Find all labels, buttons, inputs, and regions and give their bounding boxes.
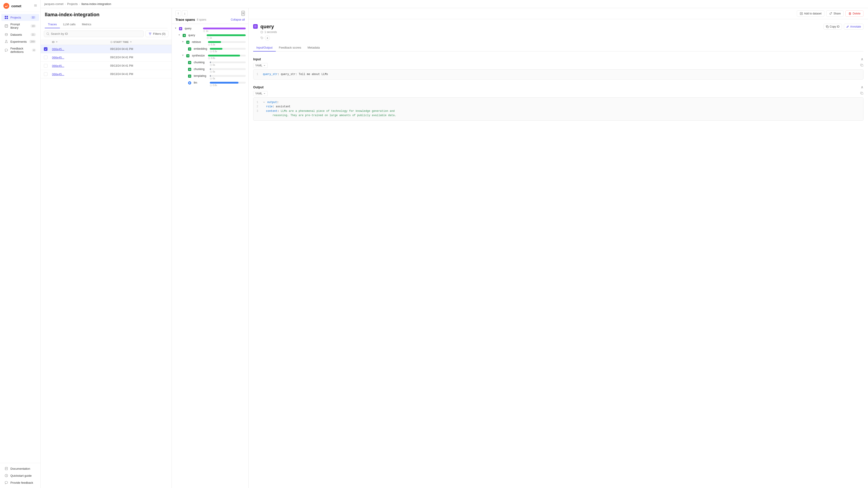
span-row-query-root[interactable]: ▼ query 1s bbox=[172, 26, 248, 33]
sidebar-item-documentation-label: Documentation bbox=[10, 467, 36, 470]
svg-rect-18 bbox=[181, 29, 181, 30]
sidebar-item-documentation[interactable]: Documentation bbox=[1, 465, 39, 472]
yaml-format-select-output[interactable]: YAML bbox=[253, 91, 268, 96]
span-name-query-child: query bbox=[188, 34, 205, 37]
output-section-header[interactable]: Output ∧ bbox=[253, 83, 864, 91]
spans-close-button[interactable]: × bbox=[241, 11, 245, 16]
span-row-templating[interactable]: templating 0s bbox=[172, 74, 248, 80]
svg-rect-3 bbox=[34, 5, 37, 6]
breadcrumb-section[interactable]: Projects bbox=[67, 2, 78, 6]
span-row-llm[interactable]: llm 0.8s bbox=[172, 80, 248, 87]
line-num-out-2: 2 bbox=[256, 105, 260, 109]
line-num-out-3: 3 bbox=[256, 109, 260, 113]
sidebar-item-feedback-definitions[interactable]: Feedback definitions 4 bbox=[1, 45, 39, 55]
spans-nav-up[interactable]: ↑ bbox=[176, 10, 181, 16]
detail-span-icon bbox=[253, 24, 258, 29]
sidebar-item-experiments[interactable]: Experiments 289 bbox=[1, 38, 39, 45]
spans-nav-down[interactable]: ↓ bbox=[182, 10, 188, 16]
sidebar-item-projects[interactable]: Projects 22 bbox=[1, 14, 39, 21]
table-row[interactable]: 066e45... 09/13/24 04:41 PM bbox=[41, 53, 172, 62]
input-section-header[interactable]: Input ∧ bbox=[253, 55, 864, 63]
span-row-query-child[interactable]: ▼ query 1s bbox=[172, 33, 248, 40]
span-row-retrieve[interactable]: ▼ retrieve 0.3s bbox=[172, 40, 248, 46]
table-header: ID Start time bbox=[41, 39, 172, 45]
time-icon bbox=[210, 51, 212, 53]
search-icon bbox=[46, 32, 50, 35]
traces-panel: llama-index-integration Traces LLM calls… bbox=[41, 8, 172, 488]
sidebar-collapse-button[interactable] bbox=[34, 4, 37, 8]
feedback-definitions-icon bbox=[4, 48, 8, 52]
span-icon-query-child bbox=[183, 34, 186, 37]
detail-panel: Add to dataset Share Delete que bbox=[249, 8, 868, 488]
svg-point-27 bbox=[189, 82, 190, 84]
tab-metrics[interactable]: Metrics bbox=[79, 21, 94, 28]
provide-feedback-icon bbox=[4, 481, 8, 484]
chevron-down-icon bbox=[264, 64, 266, 67]
span-toggle-query-child[interactable]: ▼ bbox=[178, 34, 180, 36]
input-yaml-toolbar: YAML bbox=[253, 63, 864, 68]
line-num-out-1: 1 bbox=[256, 100, 260, 105]
search-input[interactable] bbox=[51, 32, 141, 35]
share-button[interactable]: Share bbox=[826, 10, 844, 17]
table-row[interactable]: 066e45... 09/13/24 04:41 PM bbox=[41, 70, 172, 78]
col-id: ID bbox=[52, 41, 110, 43]
tab-feedback-scores[interactable]: Feedback scores bbox=[276, 44, 305, 52]
span-toggle-query-root[interactable]: ▼ bbox=[175, 27, 177, 29]
spans-count: 8 spans bbox=[197, 18, 206, 21]
breadcrumb-current: llama-index-integration bbox=[81, 2, 111, 6]
collapse-all-button[interactable]: Collapse all bbox=[231, 18, 245, 21]
table-row-time: 09/13/24 04:41 PM bbox=[110, 47, 168, 51]
traces-header: llama-index-integration Traces LLM calls… bbox=[41, 8, 172, 28]
filter-button[interactable]: Filters (0) bbox=[146, 31, 168, 37]
span-row-chunking1[interactable]: chunking 0s bbox=[172, 60, 248, 67]
output-yaml-toolbar: YAML bbox=[253, 91, 864, 96]
span-row-chunking2[interactable]: chunking 0s bbox=[172, 67, 248, 74]
table-row[interactable]: 066e45... 09/13/24 04:41 PM bbox=[41, 62, 172, 70]
tag-icon bbox=[260, 36, 264, 39]
svg-point-13 bbox=[47, 33, 49, 35]
output-section: Output ∧ YAML 1 bbox=[253, 83, 864, 121]
span-toggle-retrieve[interactable]: ▼ bbox=[182, 40, 184, 43]
search-box[interactable] bbox=[44, 31, 144, 37]
yaml-format-select-input[interactable]: YAML bbox=[253, 63, 268, 68]
documentation-icon bbox=[4, 467, 8, 470]
table-row[interactable]: 066e45... 09/13/24 04:41 PM bbox=[41, 45, 172, 53]
copy-input-button[interactable] bbox=[860, 64, 864, 68]
copy-id-button[interactable]: Copy ID bbox=[824, 24, 842, 30]
tab-input-output[interactable]: Input/Output bbox=[253, 44, 276, 52]
comet-logo-icon bbox=[3, 3, 9, 9]
tab-traces[interactable]: Traces bbox=[45, 21, 60, 28]
detail-content: query 1 seconds + Copy ID bbox=[249, 19, 868, 488]
svg-point-10 bbox=[5, 33, 7, 34]
tab-metadata[interactable]: Metadata bbox=[305, 44, 323, 52]
add-tag-button[interactable]: + bbox=[265, 35, 270, 40]
breadcrumb-org[interactable]: jacques-comet bbox=[44, 2, 64, 6]
sidebar-item-provide-feedback-label: Provide feedback bbox=[10, 481, 36, 484]
span-toggle-synthesize[interactable]: ▼ bbox=[182, 54, 184, 57]
experiments-icon bbox=[4, 40, 8, 43]
copy-output-button[interactable] bbox=[860, 92, 864, 96]
delete-button[interactable]: Delete bbox=[845, 10, 864, 17]
span-row-synthesize[interactable]: ▼ synthesize 0.8s bbox=[172, 53, 248, 60]
breadcrumb: jacques-comet › Projects › llama-index-i… bbox=[41, 0, 868, 8]
sidebar-item-prompt-library-label: Prompt library bbox=[10, 23, 28, 29]
sidebar: comet Projects 22 Prompt library 19 D bbox=[0, 0, 41, 488]
output-line-1: output: bbox=[263, 100, 279, 105]
sidebar-item-datasets[interactable]: Datasets 21 bbox=[1, 31, 39, 38]
add-to-dataset-button[interactable]: Add to dataset bbox=[797, 10, 825, 17]
svg-rect-2 bbox=[34, 4, 37, 5]
sidebar-item-quickstart[interactable]: Quickstart guide bbox=[1, 472, 39, 479]
content-area: llama-index-integration Traces LLM calls… bbox=[41, 8, 868, 488]
output-section-toggle: ∧ bbox=[861, 85, 864, 89]
sidebar-item-prompt-library[interactable]: Prompt library 19 bbox=[1, 21, 39, 31]
span-bar-area-query-root: 1s bbox=[203, 27, 246, 32]
sidebar-item-datasets-count: 21 bbox=[31, 33, 36, 36]
projects-icon bbox=[4, 15, 8, 19]
tab-llm-calls[interactable]: LLM calls bbox=[60, 21, 79, 28]
annotate-button[interactable]: Annotate bbox=[844, 24, 864, 30]
input-code-block: 1 query_str: query_str: Tell me about LL… bbox=[253, 69, 864, 79]
collapse-arrow-icon bbox=[263, 101, 265, 103]
span-row-embedding[interactable]: embedding 0.3s bbox=[172, 46, 248, 53]
sidebar-item-provide-feedback[interactable]: Provide feedback bbox=[1, 479, 39, 486]
detail-meta: 1 seconds bbox=[260, 31, 821, 34]
